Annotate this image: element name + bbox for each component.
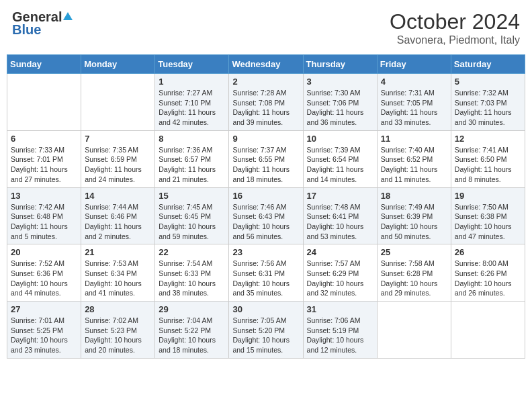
cell-info: Sunrise: 7:45 AM Sunset: 6:45 PM Dayligh… <box>159 202 225 242</box>
calendar-cell: 6Sunrise: 7:33 AM Sunset: 7:01 PM Daylig… <box>7 130 81 187</box>
calendar-cell <box>377 302 451 359</box>
day-number: 24 <box>307 247 373 257</box>
day-number: 14 <box>85 191 151 201</box>
cell-info: Sunrise: 7:58 AM Sunset: 6:28 PM Dayligh… <box>381 259 447 298</box>
calendar-week-2: 6Sunrise: 7:33 AM Sunset: 7:01 PM Daylig… <box>7 130 525 187</box>
day-number: 17 <box>307 191 373 201</box>
calendar-cell: 29Sunrise: 7:04 AM Sunset: 5:22 PM Dayli… <box>155 302 229 359</box>
day-number: 2 <box>232 77 299 87</box>
calendar-cell: 30Sunrise: 7:05 AM Sunset: 5:20 PM Dayli… <box>229 302 303 359</box>
cell-info: Sunrise: 7:57 AM Sunset: 6:29 PM Dayligh… <box>307 259 373 298</box>
calendar-cell: 15Sunrise: 7:45 AM Sunset: 6:45 PM Dayli… <box>155 187 229 244</box>
day-number: 30 <box>232 304 299 314</box>
column-header-friday: Friday <box>377 55 451 74</box>
day-number: 19 <box>455 191 521 201</box>
day-number: 15 <box>159 191 225 201</box>
calendar-cell: 9Sunrise: 7:37 AM Sunset: 6:55 PM Daylig… <box>229 130 303 187</box>
cell-info: Sunrise: 7:46 AM Sunset: 6:43 PM Dayligh… <box>232 202 299 242</box>
calendar-cell: 7Sunrise: 7:35 AM Sunset: 6:59 PM Daylig… <box>81 130 155 187</box>
day-number: 1 <box>159 77 225 87</box>
column-header-wednesday: Wednesday <box>229 55 303 74</box>
cell-info: Sunrise: 7:40 AM Sunset: 6:52 PM Dayligh… <box>381 145 447 185</box>
cell-info: Sunrise: 7:48 AM Sunset: 6:41 PM Dayligh… <box>307 202 373 242</box>
day-number: 22 <box>159 247 225 257</box>
cell-info: Sunrise: 7:27 AM Sunset: 7:10 PM Dayligh… <box>159 88 225 128</box>
calendar-week-5: 27Sunrise: 7:01 AM Sunset: 5:25 PM Dayli… <box>7 302 525 359</box>
day-number: 18 <box>381 191 447 201</box>
calendar-cell: 24Sunrise: 7:57 AM Sunset: 6:29 PM Dayli… <box>303 244 377 302</box>
cell-info: Sunrise: 7:28 AM Sunset: 7:08 PM Dayligh… <box>232 88 299 128</box>
day-number: 28 <box>85 304 151 314</box>
calendar-cell: 1Sunrise: 7:27 AM Sunset: 7:10 PM Daylig… <box>155 74 229 131</box>
cell-info: Sunrise: 7:42 AM Sunset: 6:48 PM Dayligh… <box>11 202 77 242</box>
calendar-cell: 10Sunrise: 7:39 AM Sunset: 6:54 PM Dayli… <box>303 130 377 187</box>
cell-info: Sunrise: 7:53 AM Sunset: 6:34 PM Dayligh… <box>85 259 151 298</box>
day-number: 25 <box>381 247 447 257</box>
column-headers: SundayMondayTuesdayWednesdayThursdayFrid… <box>7 55 525 74</box>
day-number: 8 <box>159 134 225 144</box>
day-number: 6 <box>11 134 77 144</box>
logo: General Blue <box>12 9 74 38</box>
cell-info: Sunrise: 7:54 AM Sunset: 6:33 PM Dayligh… <box>159 259 225 298</box>
calendar-cell: 21Sunrise: 7:53 AM Sunset: 6:34 PM Dayli… <box>81 244 155 302</box>
day-number: 11 <box>381 134 447 144</box>
calendar-cell: 4Sunrise: 7:31 AM Sunset: 7:05 PM Daylig… <box>377 74 451 131</box>
calendar-week-3: 13Sunrise: 7:42 AM Sunset: 6:48 PM Dayli… <box>7 187 525 244</box>
logo-triangle-icon <box>63 12 73 20</box>
calendar-cell <box>81 74 155 131</box>
column-header-thursday: Thursday <box>303 55 377 74</box>
cell-info: Sunrise: 7:52 AM Sunset: 6:36 PM Dayligh… <box>11 259 77 298</box>
day-number: 20 <box>11 247 77 257</box>
column-header-sunday: Sunday <box>7 55 81 74</box>
cell-info: Sunrise: 7:30 AM Sunset: 7:06 PM Dayligh… <box>307 88 373 128</box>
page-header: General Blue October 2024 Savonera, Pied… <box>7 7 525 49</box>
calendar-cell: 2Sunrise: 7:28 AM Sunset: 7:08 PM Daylig… <box>229 74 303 131</box>
day-number: 9 <box>232 134 299 144</box>
calendar-cell: 14Sunrise: 7:44 AM Sunset: 6:46 PM Dayli… <box>81 187 155 244</box>
day-number: 21 <box>85 247 151 257</box>
day-number: 27 <box>11 304 77 314</box>
calendar-cell: 23Sunrise: 7:56 AM Sunset: 6:31 PM Dayli… <box>229 244 303 302</box>
day-number: 29 <box>159 304 225 314</box>
calendar-cell: 20Sunrise: 7:52 AM Sunset: 6:36 PM Dayli… <box>7 244 81 302</box>
calendar-week-1: 1Sunrise: 7:27 AM Sunset: 7:10 PM Daylig… <box>7 74 525 131</box>
calendar-cell: 31Sunrise: 7:06 AM Sunset: 5:19 PM Dayli… <box>303 302 377 359</box>
calendar-cell <box>7 74 81 131</box>
cell-info: Sunrise: 8:00 AM Sunset: 6:26 PM Dayligh… <box>455 259 521 298</box>
calendar-cell: 12Sunrise: 7:41 AM Sunset: 6:50 PM Dayli… <box>451 130 525 187</box>
column-header-tuesday: Tuesday <box>155 55 229 74</box>
cell-info: Sunrise: 7:37 AM Sunset: 6:55 PM Dayligh… <box>232 145 299 185</box>
logo-blue-text: Blue <box>12 22 41 38</box>
cell-info: Sunrise: 7:04 AM Sunset: 5:22 PM Dayligh… <box>159 316 225 355</box>
calendar-cell <box>451 302 525 359</box>
calendar-cell: 13Sunrise: 7:42 AM Sunset: 6:48 PM Dayli… <box>7 187 81 244</box>
calendar-table: SundayMondayTuesdayWednesdayThursdayFrid… <box>7 54 525 359</box>
calendar-cell: 22Sunrise: 7:54 AM Sunset: 6:33 PM Dayli… <box>155 244 229 302</box>
cell-info: Sunrise: 7:49 AM Sunset: 6:39 PM Dayligh… <box>381 202 447 242</box>
cell-info: Sunrise: 7:56 AM Sunset: 6:31 PM Dayligh… <box>232 259 299 298</box>
cell-info: Sunrise: 7:35 AM Sunset: 6:59 PM Dayligh… <box>85 145 151 185</box>
calendar-cell: 3Sunrise: 7:30 AM Sunset: 7:06 PM Daylig… <box>303 74 377 131</box>
column-header-saturday: Saturday <box>451 55 525 74</box>
calendar-cell: 11Sunrise: 7:40 AM Sunset: 6:52 PM Dayli… <box>377 130 451 187</box>
location-text: Savonera, Piedmont, Italy <box>390 34 520 46</box>
cell-info: Sunrise: 7:02 AM Sunset: 5:23 PM Dayligh… <box>85 316 151 355</box>
day-number: 26 <box>455 247 521 257</box>
day-number: 31 <box>307 304 373 314</box>
day-number: 10 <box>307 134 373 144</box>
calendar-cell: 17Sunrise: 7:48 AM Sunset: 6:41 PM Dayli… <box>303 187 377 244</box>
cell-info: Sunrise: 7:39 AM Sunset: 6:54 PM Dayligh… <box>307 145 373 185</box>
calendar-cell: 27Sunrise: 7:01 AM Sunset: 5:25 PM Dayli… <box>7 302 81 359</box>
day-number: 12 <box>455 134 521 144</box>
day-number: 3 <box>307 77 373 87</box>
calendar-cell: 5Sunrise: 7:32 AM Sunset: 7:03 PM Daylig… <box>451 74 525 131</box>
day-number: 23 <box>232 247 299 257</box>
title-section: October 2024 Savonera, Piedmont, Italy <box>390 9 520 46</box>
cell-info: Sunrise: 7:33 AM Sunset: 7:01 PM Dayligh… <box>11 145 77 185</box>
calendar-cell: 18Sunrise: 7:49 AM Sunset: 6:39 PM Dayli… <box>377 187 451 244</box>
calendar-cell: 25Sunrise: 7:58 AM Sunset: 6:28 PM Dayli… <box>377 244 451 302</box>
calendar-week-4: 20Sunrise: 7:52 AM Sunset: 6:36 PM Dayli… <box>7 244 525 302</box>
calendar-cell: 26Sunrise: 8:00 AM Sunset: 6:26 PM Dayli… <box>451 244 525 302</box>
cell-info: Sunrise: 7:01 AM Sunset: 5:25 PM Dayligh… <box>11 316 77 355</box>
calendar-cell: 16Sunrise: 7:46 AM Sunset: 6:43 PM Dayli… <box>229 187 303 244</box>
